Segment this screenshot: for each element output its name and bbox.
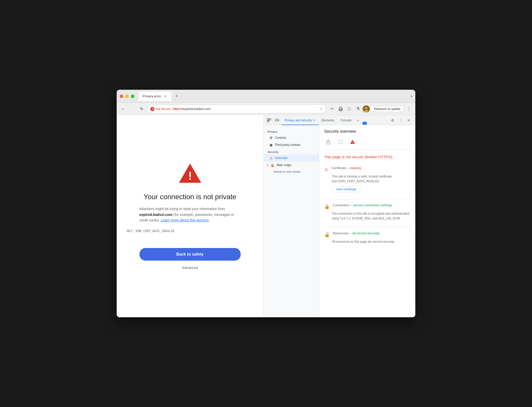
tab-elements[interactable]: Elements: [318, 116, 337, 125]
error-title: Your connection is not private: [144, 193, 236, 201]
print-icon[interactable]: [337, 105, 344, 113]
more-menu-icon[interactable]: ⋮: [405, 105, 412, 113]
conn-title-prefix: Connection –: [333, 203, 353, 207]
content-area: ! Your connection is not private Attacke…: [117, 115, 415, 317]
certificate-section: ⚠ Certificate – missing This site is mis…: [324, 166, 410, 193]
certificate-section-title: Certificate – missing: [331, 166, 361, 170]
not-secure-icon: ✕: [150, 107, 154, 111]
sidebar-item-controls[interactable]: ⚙ Controls: [263, 134, 319, 141]
certificate-warning-icon: ⚠: [324, 167, 328, 172]
resources-section: 🔒 Resources – all served securely All re…: [324, 231, 410, 244]
relaunch-button[interactable]: Relaunch to update: [371, 106, 404, 112]
active-tab[interactable]: Privacy error ✕: [138, 92, 171, 101]
reload-button[interactable]: ↻: [138, 105, 145, 112]
svg-rect-13: [278, 120, 279, 121]
not-secure-label: Not Secure: [155, 107, 171, 111]
connection-secure-icon: 🔒: [324, 204, 330, 209]
url-scheme: https://expired.badssl.com: [173, 107, 211, 111]
section-divider-2: [324, 227, 410, 227]
controls-label: Controls: [275, 136, 286, 140]
security-icons-row: !: [324, 138, 410, 150]
view-certificate-button[interactable]: View certificate: [332, 186, 361, 193]
error-code: NET::ERR_CERT_DATE_INVALID: [127, 229, 174, 233]
sidebar-item-overview[interactable]: ⚠ Overview: [263, 154, 319, 162]
bookmark-star-icon[interactable]: ☆: [319, 106, 323, 111]
security-lock-icon-btn[interactable]: [324, 138, 332, 146]
tab-chevron-icon[interactable]: ▾: [411, 95, 412, 98]
error-description: Attackers might be trying to steal your …: [139, 206, 241, 223]
privacy-section-header: Privacy: [263, 128, 319, 134]
relaunch-label: Relaunch to update: [374, 107, 400, 111]
devtools-more-icon[interactable]: ⋮: [397, 117, 404, 124]
expand-icon: ▾: [267, 164, 268, 167]
cookies-icon: ◉: [270, 143, 273, 147]
svg-rect-0: [339, 107, 342, 108]
tab-console[interactable]: Console: [337, 116, 354, 125]
tab-elements-label: Elements: [321, 119, 334, 122]
toolbar-icons: ✂ ⬡ ⚗: [328, 105, 412, 113]
svg-rect-11: [267, 121, 269, 122]
security-overview-title: Security overview: [324, 129, 410, 134]
devtools-settings-icon[interactable]: ⚙: [389, 117, 396, 124]
tab-title: Privacy error: [142, 94, 161, 98]
res-title-status: all served securely: [352, 231, 380, 235]
sidebar-item-reload: Reload to view details: [263, 169, 319, 175]
error-icon-container: !: [178, 163, 202, 185]
connection-section-header: 🔒 Connection – secure connection setting…: [324, 203, 410, 209]
maximize-traffic-light[interactable]: [131, 95, 134, 98]
sidebar-item-cookies[interactable]: ◉ Third-party cookies: [263, 141, 319, 148]
back-button[interactable]: ←: [120, 105, 127, 112]
connection-section-body: The connection to this site is encrypted…: [332, 211, 410, 221]
security-status-text: This page is not secure (broken HTTPS).: [324, 154, 410, 160]
not-secure-badge[interactable]: ✕ Not Secure: [150, 107, 171, 111]
description-prefix: Attackers might be trying to steal your …: [139, 207, 225, 211]
tab-close-button[interactable]: ✕: [163, 94, 167, 98]
avatar[interactable]: [363, 105, 370, 112]
title-bar: Privacy error ✕ + ▾: [117, 90, 415, 103]
tab-close-devtools[interactable]: ✕: [313, 119, 315, 122]
devtools-content: Privacy ⚙ Controls ◉ Third-party cookies…: [263, 125, 415, 317]
learn-more-link[interactable]: Learn more about this warning: [161, 218, 209, 222]
connection-section: 🔒 Connection – secure connection setting…: [324, 203, 410, 221]
extensions-icon[interactable]: ⚗: [354, 105, 362, 113]
main-origin-label: Main origin: [277, 163, 292, 167]
tab-privacy-security[interactable]: Privacy and security ✕: [282, 116, 318, 125]
connection-section-title: Connection – secure connection settings: [333, 203, 392, 207]
security-warning-icon-btn[interactable]: !: [349, 138, 357, 146]
svg-rect-10: [269, 119, 271, 120]
resources-secure-icon: 🔒: [324, 232, 330, 237]
svg-text:!: !: [352, 141, 353, 144]
minimize-traffic-light[interactable]: [125, 95, 129, 98]
cast-icon[interactable]: ⬡: [345, 105, 353, 113]
devtools-sidebar: Privacy ⚙ Controls ◉ Third-party cookies…: [263, 125, 319, 317]
new-tab-button[interactable]: +: [173, 93, 180, 100]
error-page: ! Your connection is not private Attacke…: [117, 115, 263, 317]
url-host-text: expired.badssl.com: [182, 107, 211, 111]
svg-rect-14: [327, 142, 330, 144]
error-triangle-icon: !: [178, 163, 202, 184]
security-expand-icon-btn[interactable]: [336, 138, 344, 146]
scissors-icon[interactable]: ✂: [328, 105, 336, 113]
forward-button[interactable]: →: [129, 105, 136, 112]
cert-title-status: missing: [350, 166, 361, 170]
security-section-header: Security: [263, 148, 319, 154]
sidebar-item-main-origin[interactable]: ▾ 🔒 Main origin: [263, 162, 319, 169]
conn-title-status: secure connection settings: [353, 203, 392, 207]
svg-point-5: [365, 107, 367, 109]
res-title-prefix: Resources –: [333, 231, 352, 235]
tab-more-icon[interactable]: »: [354, 117, 361, 124]
console-badge: 1: [362, 122, 367, 125]
close-traffic-light[interactable]: [120, 95, 123, 98]
cert-title-prefix: Certificate –: [331, 166, 350, 170]
back-to-safety-button[interactable]: Back to safety: [139, 248, 241, 261]
address-bar[interactable]: ✕ Not Secure https://expired.badssl.com …: [147, 105, 326, 113]
controls-icon: ⚙: [270, 136, 273, 140]
devtools-selector-icon[interactable]: [265, 117, 273, 124]
devtools-device-icon[interactable]: [274, 117, 281, 124]
resources-section-body: All resources on this page are served se…: [332, 239, 410, 244]
url-scheme-text: https://: [173, 107, 182, 111]
advanced-button[interactable]: Advanced: [182, 266, 198, 270]
error-domain: expired.badssl.com: [139, 213, 173, 217]
toolbar: ← → ↻ ✕ Not Secure https://expired.badss…: [117, 103, 415, 115]
devtools-close-icon[interactable]: ✕: [405, 117, 412, 124]
